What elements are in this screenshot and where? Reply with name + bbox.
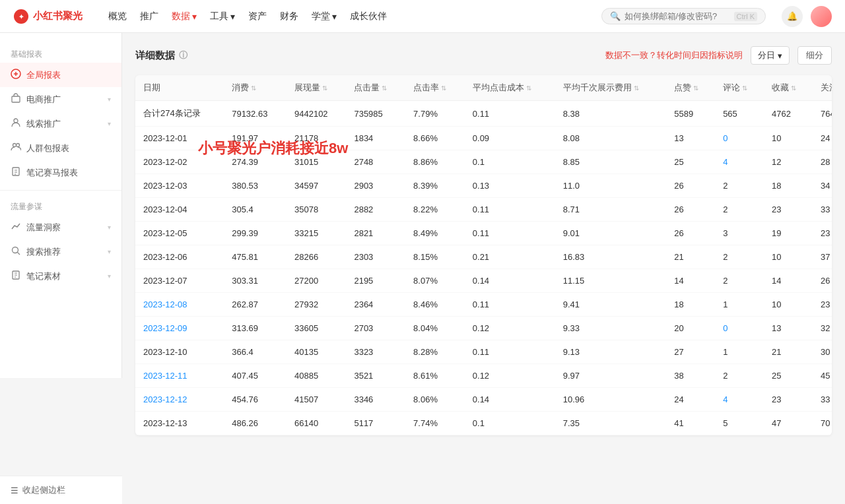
sidebar-item-ecom-promo[interactable]: 电商推广 ▾ (0, 87, 121, 111)
sidebar-item-label-all-reports: 全局报表 (26, 69, 111, 81)
notifications-button[interactable]: 🔔 (782, 6, 803, 27)
sidebar-item-audience-report[interactable]: 人群包报表 (0, 136, 121, 160)
col-comments[interactable]: 评论⇅ (715, 75, 764, 101)
data-inconsistent-link[interactable]: 数据不一致？转化时间归因指标说明 (605, 49, 743, 61)
row-clicks: 3323 (346, 340, 405, 364)
row-ctr: 8.39% (405, 174, 465, 198)
search-bar[interactable]: 🔍 Ctrl K (601, 8, 766, 24)
sort-icon: ⇅ (251, 84, 256, 92)
row-ctr: 8.22% (405, 198, 465, 222)
sidebar-item-traffic-insights[interactable]: 流量洞察 ▾ (0, 215, 121, 239)
row-date: 2023-12-06 (135, 245, 224, 269)
col-likes[interactable]: 点赞⇅ (666, 75, 715, 101)
row-impressions: 40135 (287, 340, 346, 364)
avatar[interactable] (811, 6, 832, 27)
traffic-section-title: 流量参谋 (0, 196, 121, 215)
row-likes: 26 (666, 198, 715, 222)
search-icon: 🔍 (610, 11, 621, 21)
sidebar-item-leads-promo[interactable]: 线索推广 ▾ (0, 111, 121, 136)
row-spend: 486.26 (224, 412, 287, 435)
detail-button[interactable]: 细分 (797, 46, 832, 65)
row-clicks: 2882 (346, 198, 405, 222)
row-date[interactable]: 2023-12-09 (135, 317, 224, 340)
data-table-wrapper: 日期 消费⇅ 展现量⇅ 点击量⇅ 点击率⇅ 平均点击成本⇅ 平均千次展示费用⇅ … (135, 75, 832, 435)
row-clicks: 3521 (346, 364, 405, 388)
sort-icon: ⇅ (693, 84, 698, 92)
table-row: 2023-12-03 380.53 34597 2903 8.39% 0.13 … (135, 174, 832, 198)
row-date: 2023-12-04 (135, 198, 224, 222)
table-row: 2023-12-07 303.31 27200 2195 8.07% 0.14 … (135, 269, 832, 293)
col-follows[interactable]: 关注⇅ (813, 75, 832, 101)
row-ctr: 7.74% (405, 412, 465, 435)
row-impressions: 27932 (287, 293, 346, 317)
row-avg-cpc: 0.14 (465, 269, 555, 293)
sidebar-item-notes-material[interactable]: 笔记素材 ▾ (0, 264, 121, 288)
col-avg-cpm[interactable]: 平均千次展示费用⇅ (555, 75, 666, 101)
nav-tools[interactable]: 工具 ▾ (210, 8, 235, 25)
row-spend: 303.31 (224, 269, 287, 293)
row-saves: 18 (764, 174, 813, 198)
search-input[interactable] (625, 11, 730, 21)
row-spend: 299.39 (224, 222, 287, 245)
row-saves: 12 (764, 150, 813, 174)
row-avg-cpm: 8.08 (555, 127, 666, 150)
row-likes: 24 (666, 388, 715, 412)
row-date: 2023-12-05 (135, 222, 224, 245)
sidebar-item-notes-report[interactable]: 笔记赛马报表 (0, 160, 121, 185)
table-body: 合计274条记录 79132.63 9442102 735985 7.79% 0… (135, 101, 832, 435)
row-date[interactable]: 2023-12-11 (135, 364, 224, 388)
chevron-down-icon: ▾ (230, 11, 235, 22)
sort-icon: ⇅ (742, 84, 747, 92)
row-comments: 2 (715, 198, 764, 222)
notes-icon (11, 166, 21, 179)
col-impressions[interactable]: 展现量⇅ (287, 75, 346, 101)
nav-finance[interactable]: 财务 (280, 8, 298, 25)
row-saves: 10 (764, 127, 813, 150)
col-ctr[interactable]: 点击率⇅ (405, 75, 465, 101)
nav-partner[interactable]: 成长伙伴 (350, 8, 387, 25)
col-spend[interactable]: 消费⇅ (224, 75, 287, 101)
sidebar-item-search-recommend[interactable]: 搜索推荐 ▾ (0, 239, 121, 264)
row-saves: 13 (764, 317, 813, 340)
bell-icon: 🔔 (787, 11, 797, 21)
row-ctr: 8.07% (405, 269, 465, 293)
row-impressions: 31015 (287, 150, 346, 174)
col-avg-cpc[interactable]: 平均点击成本⇅ (465, 75, 555, 101)
info-icon[interactable]: ⓘ (179, 49, 187, 61)
sidebar: 基础报表 全局报表 电商推广 ▾ 线索推广 ▾ (0, 33, 122, 378)
col-saves[interactable]: 收藏⇅ (764, 75, 813, 101)
total-impressions: 9442102 (287, 101, 346, 127)
col-clicks[interactable]: 点击量⇅ (346, 75, 405, 101)
table-row: 2023-12-11 407.45 40885 3521 8.61% 0.12 … (135, 364, 832, 388)
svg-point-6 (17, 144, 20, 147)
row-avg-cpm: 11.15 (555, 269, 666, 293)
row-ctr: 8.49% (405, 222, 465, 245)
row-follows: 33 (813, 388, 832, 412)
basic-reports-section-title: 基础报表 (0, 44, 121, 63)
sort-icon: ⇅ (526, 84, 531, 92)
row-likes: 26 (666, 222, 715, 245)
row-saves: 10 (764, 293, 813, 317)
main-layout: 基础报表 全局报表 电商推广 ▾ 线索推广 ▾ (0, 33, 845, 504)
svg-point-4 (14, 119, 18, 123)
svg-line-9 (18, 253, 20, 255)
period-select[interactable]: 分日 ▾ (751, 46, 790, 65)
nav-promote[interactable]: 推广 (140, 8, 158, 25)
chevron-down-icon: ▾ (332, 11, 337, 22)
nav-assets[interactable]: 资产 (248, 8, 267, 25)
nav-overview[interactable]: 概览 (108, 8, 127, 25)
row-follows: 33 (813, 198, 832, 222)
row-spend: 191.97 (224, 127, 287, 150)
row-avg-cpc: 0.11 (465, 198, 555, 222)
nav-academy[interactable]: 学堂 ▾ (312, 8, 337, 25)
sidebar-item-label-leads-promo: 线索推广 (26, 118, 102, 130)
sidebar-item-all-reports[interactable]: 全局报表 (0, 63, 121, 87)
row-saves: 23 (764, 388, 813, 412)
row-avg-cpm: 8.71 (555, 198, 666, 222)
row-comments: 3 (715, 222, 764, 245)
row-spend: 274.39 (224, 150, 287, 174)
row-impressions: 34597 (287, 174, 346, 198)
row-avg-cpc: 0.14 (465, 388, 555, 412)
row-date: 2023-12-07 (135, 269, 224, 293)
nav-data[interactable]: 数据 ▾ (172, 8, 197, 25)
